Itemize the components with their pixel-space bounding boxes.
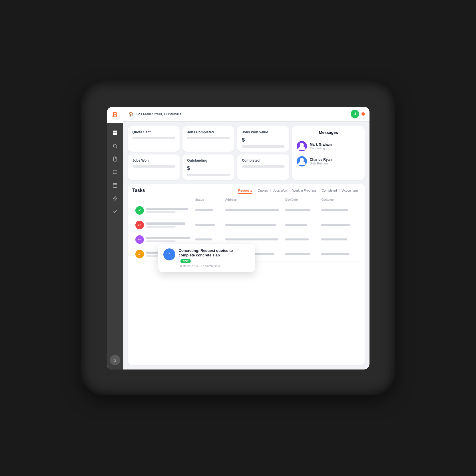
table-row[interactable]: ✓ [132, 203, 360, 218]
svg-rect-2 [113, 133, 115, 135]
stat-card-outstanding: Outstanding $ [182, 154, 234, 180]
stat-card-jobs-completed: Jobs Completed [182, 126, 234, 152]
status-bar-2 [195, 224, 215, 226]
popup-content: Concreting: Request quotes to complete c… [179, 248, 250, 268]
messages-title: Messages [297, 130, 360, 135]
message-preview-mark: Concreting ... [310, 146, 332, 150]
sidebar-item-finance[interactable]: $ [110, 355, 120, 365]
sidebar-item-tasks[interactable] [110, 193, 120, 204]
tab-work-in-progress[interactable]: Work in Progress [290, 188, 319, 193]
tab-action-item[interactable]: Action Item [340, 188, 360, 193]
brand-logo: B [112, 111, 118, 119]
address-bar-1 [225, 209, 279, 211]
stat-title-completed: Completed [242, 158, 285, 162]
main-area: 🏠 123 Main Street, Hunterville U Quote S… [123, 107, 369, 369]
popup-new-badge: New [180, 259, 191, 263]
svg-rect-0 [113, 130, 115, 132]
svg-rect-3 [115, 133, 117, 135]
message-info-mark: Mark Graham Concreting ... [310, 142, 332, 150]
tab-jobs-won[interactable]: Jobs Won [271, 188, 290, 193]
row-main-bar-2 [146, 222, 186, 225]
sidebar-item-dashboard[interactable] [110, 127, 120, 138]
customer-bar-3 [321, 238, 347, 240]
avatar-mark-graham [297, 141, 307, 151]
address-label: 123 Main Street, Hunterville [136, 112, 182, 116]
stats-grid: Quote Sent Jobs Completed Jobs Won Value… [128, 126, 365, 180]
user-avatar[interactable]: U [351, 110, 359, 118]
tasks-section: Tasks Requests | Quotes | Jobs Won | Wor… [128, 184, 365, 365]
sidebar: B $ [107, 107, 123, 369]
sidebar-item-search[interactable] [110, 140, 120, 151]
tab-quotes[interactable]: Quotes [255, 188, 270, 193]
stat-title-quote-sent: Quote Sent [132, 130, 175, 134]
tab-requests[interactable]: Requests [236, 188, 255, 193]
row-icon-green-check: ✓ [135, 206, 144, 215]
col-address: Address [225, 198, 285, 201]
status-bar-1 [195, 209, 213, 211]
message-item-mark[interactable]: Mark Graham Concreting ... [297, 139, 360, 154]
stat-bar-quote-sent [132, 137, 175, 139]
messages-card: Messages Mark Graham Concreting ... [292, 126, 365, 180]
message-item-charles[interactable]: Charles Ryan Slab Reinforc ... [297, 154, 360, 169]
row-main-bar-1 [146, 208, 188, 210]
col-task [135, 198, 195, 201]
due-date-bar-1 [285, 209, 310, 211]
popup-upload-icon: ↑ [163, 248, 175, 260]
row-text-2 [146, 222, 195, 228]
tasks-title: Tasks [132, 188, 145, 193]
col-due-date: Due Date [285, 198, 321, 201]
message-info-charles: Charles Ryan Slab Reinforc ... [310, 158, 332, 165]
row-icon-purple-edit: ✏ [135, 235, 144, 244]
tasks-tabs: Requests | Quotes | Jobs Won | Work in P… [150, 188, 360, 193]
topbar-right: U [351, 110, 365, 118]
message-name-mark: Mark Graham [310, 142, 332, 146]
task-popup[interactable]: ↑ Concreting: Request quotes to complete… [158, 244, 255, 272]
message-name-charles: Charles Ryan [310, 158, 332, 162]
address-bar-3 [225, 238, 278, 240]
row-text-3 [146, 237, 195, 242]
stat-title-jobs-completed: Jobs Completed [187, 130, 230, 134]
sidebar-item-documents[interactable] [110, 154, 120, 164]
row-sub-bar-2 [146, 226, 176, 228]
stat-bar-jobs-won-value [242, 145, 285, 148]
avatar-charles-ryan [297, 156, 307, 166]
row-content-2: ↩ [135, 221, 195, 229]
stat-title-outstanding: Outstanding [187, 158, 230, 162]
stat-bar-completed [242, 165, 285, 168]
sidebar-logo: B [107, 107, 123, 123]
screen: B $ [107, 107, 369, 369]
tasks-header: Tasks Requests | Quotes | Jobs Won | Wor… [132, 188, 360, 193]
sidebar-bottom: $ [110, 355, 120, 365]
svg-point-4 [113, 144, 117, 147]
sidebar-item-messages[interactable] [110, 167, 120, 178]
svg-marker-10 [113, 196, 117, 200]
due-date-bar-3 [285, 238, 309, 240]
row-icon-yellow-check: ✓ [135, 250, 144, 258]
due-date-bar-2 [285, 224, 307, 226]
stat-card-jobs-won: Jobs Won [128, 154, 180, 180]
stat-value-jobs-won: $ [242, 137, 285, 143]
home-icon[interactable]: 🏠 [128, 111, 134, 117]
row-content-3: ✏ [135, 235, 195, 244]
notification-dot[interactable] [361, 112, 365, 116]
table-row[interactable]: ↩ [132, 218, 360, 232]
customer-bar-2 [321, 224, 350, 226]
stat-bar-jobs-won [132, 165, 175, 168]
stat-card-jobs-won-value: Jobs Won Value $ [237, 126, 289, 152]
sidebar-item-calendar[interactable] [110, 180, 120, 191]
due-date-bar-4 [285, 253, 310, 255]
col-customer: Customer [321, 198, 357, 201]
row-content-1: ✓ [135, 206, 195, 215]
stat-bar-jobs-completed [187, 137, 230, 139]
row-sub-bar-1 [146, 211, 176, 213]
stat-title-jobs-won-value: Jobs Won Value [242, 130, 285, 134]
message-preview-charles: Slab Reinforc ... [310, 162, 332, 165]
stat-card-quote-sent: Quote Sent [128, 126, 180, 152]
address-bar-2 [225, 224, 276, 226]
tab-completed[interactable]: Completed [320, 188, 339, 193]
customer-bar-4 [321, 253, 349, 255]
customer-bar-1 [321, 209, 348, 211]
sidebar-item-completed[interactable] [110, 206, 120, 217]
status-bar-3 [195, 238, 212, 240]
popup-date-range: 08 March 2023 – 17 March 2023 [179, 264, 250, 268]
